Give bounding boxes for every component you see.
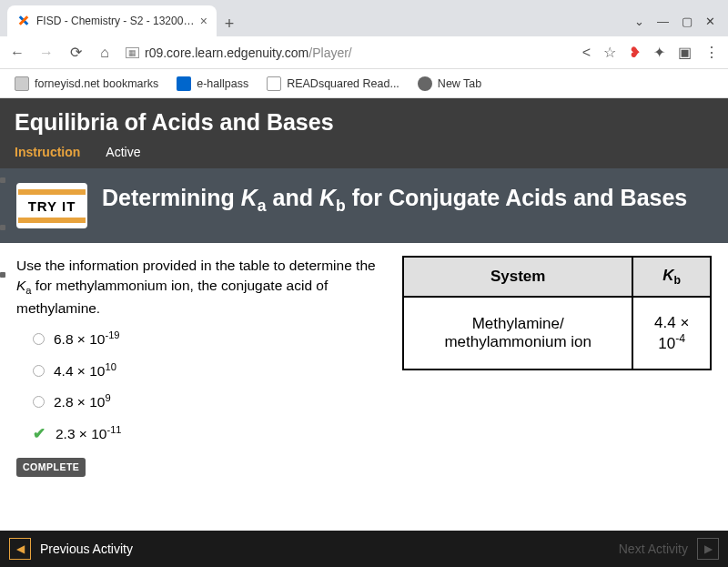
page-title: Equilibria of Acids and Bases — [15, 109, 713, 136]
bookmark-newtab[interactable]: New Tab — [418, 76, 481, 91]
radio-icon — [33, 365, 45, 377]
bookmark-label: New Tab — [438, 77, 481, 90]
bookmark-label: READsquared Read... — [287, 77, 399, 90]
tab-close-icon[interactable]: × — [200, 14, 207, 28]
choice-text: 2.8 × 109 — [54, 390, 111, 413]
tab-title: FISD - Chemistry - S2 - 132000 - — [36, 15, 195, 27]
section-title: Determining Ka and Kb for Conjugate Acid… — [102, 183, 687, 218]
radio-icon — [33, 396, 45, 408]
bookmark-label: forneyisd.net bookmarks — [35, 77, 158, 90]
choice-2[interactable]: 4.4 × 1010 — [33, 359, 382, 382]
table-cell-kb: 4.4 × 10-4 — [632, 297, 711, 370]
back-button[interactable]: ← — [9, 45, 25, 61]
site-info-icon[interactable]: ▦ — [126, 47, 139, 58]
folder-icon — [15, 76, 29, 91]
readsquared-icon — [267, 76, 281, 91]
tryit-badge: TRY IT — [16, 183, 87, 228]
tab-favicon — [16, 14, 31, 28]
choice-text: 6.8 × 10-19 — [54, 328, 120, 350]
bookmark-star-icon[interactable]: ☆ — [603, 44, 616, 61]
bookmark-ehallpass[interactable]: e-hallpass — [177, 76, 248, 91]
tab-active[interactable]: Active — [106, 145, 140, 168]
edge-marker — [0, 272, 5, 278]
previous-activity-button[interactable]: Previous Activity — [40, 542, 133, 556]
tryit-text: TRY IT — [18, 195, 86, 218]
url-path: /Player/ — [308, 46, 351, 60]
extensions-puzzle-icon[interactable]: ✦ — [653, 44, 665, 61]
table-header-kb: Kb — [632, 257, 711, 297]
bookmark-readsquared[interactable]: READsquared Read... — [267, 76, 399, 91]
radio-icon — [33, 333, 45, 345]
sidepanel-icon[interactable]: ▣ — [678, 44, 692, 61]
menu-kebab-icon[interactable]: ⋮ — [704, 44, 719, 61]
address-bar[interactable]: ▦ r09.core.learn.edgenuity.com/Player/ — [126, 46, 570, 60]
edge-marker — [0, 225, 5, 230]
forward-button[interactable]: → — [38, 45, 55, 61]
reload-button[interactable]: ⟳ — [67, 44, 84, 61]
next-activity-arrow: ▶ — [697, 538, 719, 560]
browser-tab[interactable]: FISD - Chemistry - S2 - 132000 - × — [7, 5, 217, 36]
maximize-icon[interactable]: ▢ — [682, 15, 693, 28]
data-table: System Kb Methylamine/ methylammonium io… — [402, 256, 712, 370]
new-tab-button[interactable]: + — [217, 11, 242, 36]
choice-3[interactable]: 2.8 × 109 — [33, 390, 382, 413]
chevron-down-icon[interactable]: ⌄ — [634, 15, 644, 28]
share-icon[interactable]: < — [582, 45, 591, 61]
ehallpass-icon — [177, 76, 191, 91]
complete-badge: COMPLETE — [16, 458, 86, 477]
choice-text: 4.4 × 1010 — [54, 359, 116, 382]
extension-icon[interactable]: ❥ — [629, 44, 641, 61]
next-activity-button: Next Activity — [619, 542, 688, 556]
table-header-system: System — [403, 257, 632, 297]
previous-activity-arrow[interactable]: ◀ — [9, 538, 31, 560]
bookmark-label: e-hallpass — [197, 77, 248, 90]
bookmarks-bar: forneyisd.net bookmarks e-hallpass READs… — [0, 69, 728, 98]
checkmark-icon: ✔ — [33, 428, 46, 440]
bookmark-forneyisd[interactable]: forneyisd.net bookmarks — [15, 76, 158, 91]
minimize-icon[interactable]: — — [657, 15, 669, 28]
choice-4[interactable]: ✔ 2.3 × 10-11 — [33, 422, 382, 445]
home-button[interactable]: ⌂ — [96, 45, 113, 61]
choice-text: 2.3 × 10-11 — [56, 422, 122, 445]
question-prompt: Use the information provided in the tabl… — [16, 256, 382, 319]
edge-marker — [0, 177, 5, 183]
globe-icon — [418, 76, 432, 91]
table-cell-system: Methylamine/ methylammonium ion — [403, 297, 632, 370]
tab-instruction[interactable]: Instruction — [15, 145, 80, 168]
url-domain: r09.core.learn.edgenuity.com — [145, 46, 308, 60]
choice-1[interactable]: 6.8 × 10-19 — [33, 328, 382, 350]
close-window-icon[interactable]: ✕ — [705, 15, 715, 28]
